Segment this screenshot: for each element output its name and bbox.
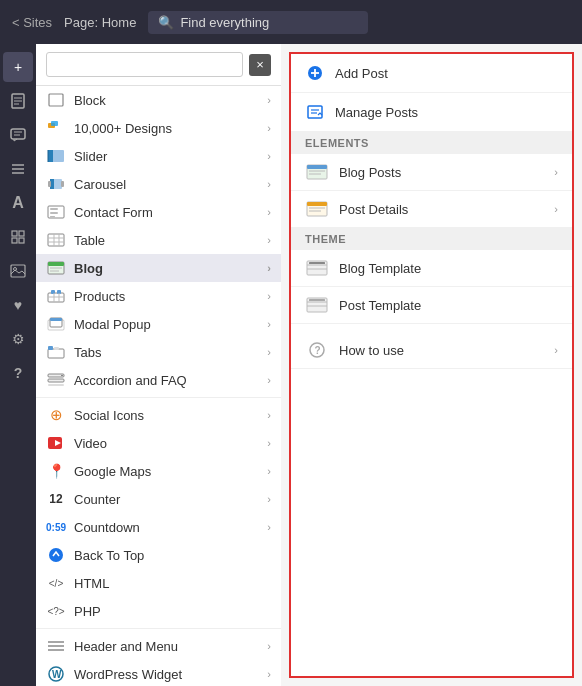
blog-arrow: › [267, 262, 271, 274]
svg-rect-29 [50, 216, 55, 218]
svg-rect-25 [61, 181, 64, 187]
contact-form-icon [46, 204, 66, 220]
menu-item-video[interactable]: Video › [36, 429, 281, 457]
google-maps-arrow: › [267, 465, 271, 477]
menu-item-block[interactable]: Block › [36, 86, 281, 114]
menu-item-html-label: HTML [74, 576, 271, 591]
sidebar-icon-font[interactable]: A [3, 188, 33, 218]
svg-rect-52 [48, 379, 64, 382]
menu-item-blog[interactable]: Blog › [36, 254, 281, 282]
menu-item-slider-label: Slider [74, 149, 259, 164]
wordpress-widget-icon: W [46, 666, 66, 682]
menu-item-table[interactable]: Table › [36, 226, 281, 254]
menu-item-back-to-top[interactable]: Back To Top [36, 541, 281, 569]
svg-rect-80 [309, 262, 325, 264]
submenu-how-to-use[interactable]: ? How to use › [291, 332, 572, 369]
table-icon [46, 232, 66, 248]
submenu-post-details[interactable]: Post Details › [291, 191, 572, 228]
accordion-icon [46, 372, 66, 388]
menu-item-countdown[interactable]: 0:59 Countdown › [36, 513, 281, 541]
svg-rect-30 [48, 234, 64, 246]
svg-point-57 [49, 548, 63, 562]
menu-list: Block › 10,000+ Designs › [36, 86, 281, 686]
menu-item-social-icons-label: Social Icons [74, 408, 259, 423]
submenu-blog-posts[interactable]: Blog Posts › [291, 154, 572, 191]
sidebar-icons: + A [0, 44, 36, 686]
countdown-icon: 0:59 [46, 519, 66, 535]
tabs-icon [46, 344, 66, 360]
sidebar-icon-chat[interactable] [3, 120, 33, 150]
menu-item-designs[interactable]: 10,000+ Designs › [36, 114, 281, 142]
svg-rect-48 [48, 349, 64, 358]
submenu-blog-template[interactable]: Blog Template [291, 250, 572, 287]
svg-text:?: ? [315, 345, 321, 356]
header-menu-arrow: › [267, 640, 271, 652]
slider-arrow: › [267, 150, 271, 162]
svg-rect-18 [51, 121, 58, 126]
menu-item-back-to-top-label: Back To Top [74, 548, 263, 563]
post-template-label: Post Template [339, 298, 558, 313]
menu-item-accordion[interactable]: Accordion and FAQ › [36, 366, 281, 394]
search-box: × [36, 44, 281, 86]
blog-posts-label: Blog Posts [339, 165, 544, 180]
blog-template-icon [305, 259, 329, 277]
menu-item-countdown-label: Countdown [74, 520, 259, 535]
topbar-search[interactable]: 🔍 Find everything [148, 11, 368, 34]
svg-rect-47 [50, 318, 62, 321]
sidebar-icon-widget[interactable] [3, 222, 33, 252]
submenu-add-post[interactable]: Add Post [291, 54, 572, 93]
page-label: Page: Home [64, 15, 136, 30]
sidebar-icon-page[interactable] [3, 86, 33, 116]
back-to-top-icon [46, 547, 66, 563]
svg-rect-70 [307, 165, 327, 169]
menu-item-contact-form-label: Contact Form [74, 205, 259, 220]
menu-item-carousel-label: Carousel [74, 177, 259, 192]
countdown-arrow: › [267, 521, 271, 533]
menu-item-wordpress-widget[interactable]: W WordPress Widget › [36, 660, 281, 686]
svg-rect-20 [48, 150, 53, 162]
sidebar-icon-settings[interactable]: ⚙ [3, 324, 33, 354]
menu-item-html[interactable]: </> HTML [36, 569, 281, 597]
sidebar-icon-list[interactable] [3, 154, 33, 184]
html-icon: </> [46, 575, 66, 591]
menu-item-table-label: Table [74, 233, 259, 248]
video-icon [46, 435, 66, 451]
menu-item-tabs[interactable]: Tabs › [36, 338, 281, 366]
sidebar-icon-plus[interactable]: + [3, 52, 33, 82]
products-icon [46, 288, 66, 304]
menu-item-contact-form[interactable]: Contact Form › [36, 198, 281, 226]
blog-template-label: Blog Template [339, 261, 558, 276]
menu-item-php[interactable]: <?> PHP [36, 597, 281, 625]
dropdown-panel: × Block › 10,000+ Designs [36, 44, 281, 686]
menu-item-google-maps[interactable]: 📍 Google Maps › [36, 457, 281, 485]
elements-header: ELEMENTS [291, 132, 572, 154]
sidebar-icon-help[interactable]: ? [3, 358, 33, 388]
menu-item-google-maps-label: Google Maps [74, 464, 259, 479]
menu-item-slider[interactable]: Slider › [36, 142, 281, 170]
modal-popup-icon [46, 316, 66, 332]
menu-item-products[interactable]: Products › [36, 282, 281, 310]
wordpress-widget-arrow: › [267, 668, 271, 680]
sidebar-icon-image[interactable] [3, 256, 33, 286]
sites-link[interactable]: < Sites [12, 15, 52, 30]
submenu-post-template[interactable]: Post Template [291, 287, 572, 324]
post-details-icon [305, 200, 329, 218]
menu-search-input[interactable] [46, 52, 243, 77]
sidebar-icon-heart[interactable]: ♥ [3, 290, 33, 320]
menu-item-social-icons[interactable]: ⊕ Social Icons › [36, 401, 281, 429]
blog-icon [46, 260, 66, 276]
submenu-actions-section: Add Post Manage Posts [291, 54, 572, 132]
menu-item-modal-popup[interactable]: Modal Popup › [36, 310, 281, 338]
menu-item-carousel[interactable]: Carousel › [36, 170, 281, 198]
svg-rect-50 [54, 347, 59, 350]
menu-item-accordion-label: Accordion and FAQ [74, 373, 259, 388]
main-layout: + A [0, 44, 582, 686]
svg-rect-53 [48, 384, 64, 386]
submenu-panel: Add Post Manage Posts ELEMENTS [281, 44, 582, 686]
menu-item-counter[interactable]: 12 Counter › [36, 485, 281, 513]
menu-item-header-menu[interactable]: Header and Menu › [36, 632, 281, 660]
close-button[interactable]: × [249, 54, 271, 76]
submenu-manage-posts[interactable]: Manage Posts [291, 93, 572, 132]
svg-rect-28 [50, 212, 58, 214]
menu-item-products-label: Products [74, 289, 259, 304]
